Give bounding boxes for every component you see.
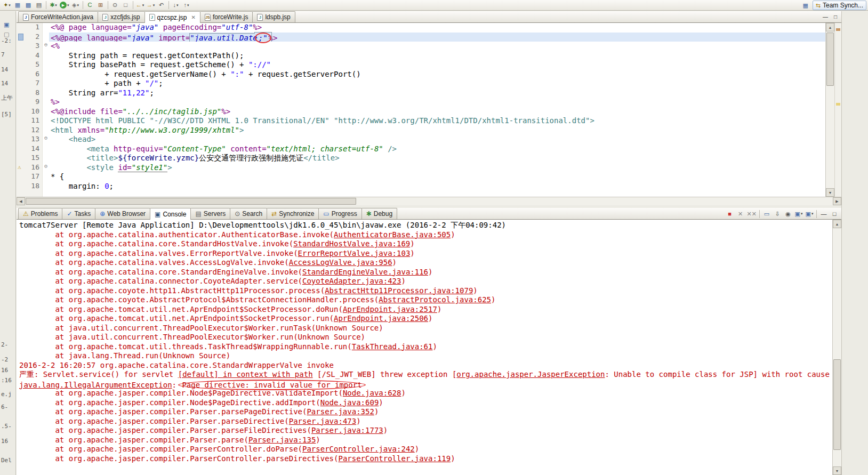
code-token: at org.apache.catalina.connector.CoyoteA… — [19, 277, 302, 285]
search-button[interactable]: ⊙ — [110, 1, 120, 10]
view-tab-synchronize[interactable]: ⇄Synchronize — [267, 208, 319, 219]
maximize-view-button[interactable]: □ — [829, 209, 840, 219]
view-tab-console[interactable]: ▣Console — [150, 208, 191, 220]
annotation-ruler-cell[interactable] — [17, 135, 26, 144]
console-vertical-scrollbar[interactable]: ▲ ▼ — [832, 220, 841, 475]
annotation-ruler-cell[interactable] — [17, 126, 26, 135]
code-token: AprEndpoint.java:2517 — [343, 305, 437, 313]
scroll-left-button[interactable]: ◀ — [17, 197, 25, 205]
annotation-ruler-cell[interactable] — [17, 88, 26, 98]
open-resource-button[interactable]: □ — [120, 1, 131, 10]
minimize-editor-button[interactable]: — — [821, 12, 830, 21]
view-tab-servers[interactable]: ▤Servers — [190, 208, 230, 219]
editor-tab-xzcfjds-jsp[interactable]: Jxzcfjds.jsp — [98, 11, 144, 22]
maximize-editor-button[interactable]: □ — [831, 12, 840, 21]
editor-vertical-scrollbar-thumb[interactable] — [826, 33, 834, 86]
new-package-button[interactable]: ⊞ — [95, 1, 106, 10]
next-annotation-button[interactable]: ↓▾ — [171, 1, 181, 10]
editor-tab-qzcspz-jsp[interactable]: Jqzcspz.jsp✕ — [144, 11, 200, 23]
annotation-ruler-cell[interactable] — [17, 107, 26, 117]
scroll-down-button[interactable]: ▼ — [826, 188, 834, 197]
annotation-ruler-cell[interactable] — [17, 23, 26, 33]
editor-tab-forcewrite-js[interactable]: JSforceWrite.js — [200, 11, 253, 22]
scroll-up-button[interactable]: ▲ — [833, 220, 841, 228]
view-tab-debug[interactable]: ✱Debug — [361, 208, 397, 219]
external-tools-button[interactable]: ◈▾ — [70, 1, 81, 10]
scroll-down-button[interactable]: ▼ — [833, 466, 841, 475]
new-java-class-button[interactable]: C — [85, 1, 95, 10]
code-token: Parser.java:135 — [248, 436, 316, 444]
view-tab-progress[interactable]: ▭Progress — [318, 208, 361, 219]
code-token: Page directive: invalid value for import — [182, 381, 361, 389]
annotation-ruler-cell[interactable] — [17, 144, 26, 154]
last-edit-location-button[interactable]: ↶ — [156, 1, 167, 10]
editor-horizontal-scrollbar[interactable]: ◀ ▶ — [17, 197, 841, 205]
console-output[interactable]: tomcat7Server [Remote Java Application] … — [17, 221, 832, 475]
terminate-button[interactable]: ■ — [725, 209, 735, 219]
code-editor[interactable]: 1<%@ page language="java" pageEncoding="… — [17, 23, 825, 197]
view-tab-tasks[interactable]: ✓Tasks — [62, 208, 95, 219]
view-tab-web-browser[interactable]: ⊕Web Browser — [95, 208, 150, 219]
annotation-ruler-cell[interactable] — [17, 172, 26, 182]
close-icon[interactable]: ✕ — [191, 14, 196, 20]
annotation-ruler-cell[interactable] — [17, 70, 26, 79]
view-tab-search[interactable]: ⊙Search — [230, 208, 267, 219]
overview-change-mark[interactable] — [836, 28, 840, 31]
editor-body[interactable]: 1<%@ page language="java" pageEncoding="… — [17, 23, 841, 197]
display-selected-console-button[interactable]: ▣▾ — [793, 209, 804, 219]
minimized-view-icon[interactable]: ▣ — [4, 21, 9, 28]
console-vertical-scrollbar-thumb[interactable] — [833, 359, 841, 450]
save-all-button[interactable]: ▩ — [23, 1, 34, 10]
save-button[interactable]: ▦ — [12, 1, 23, 10]
previous-annotation-button[interactable]: ↑▾ — [181, 1, 192, 10]
editor-tab-ldspb-jsp[interactable]: Jldspb.jsp — [252, 11, 295, 22]
annotation-ruler-cell[interactable] — [17, 33, 26, 42]
annotation-ruler-cell[interactable] — [17, 42, 26, 51]
open-console-button[interactable]: ▣▾ — [804, 209, 815, 219]
editor-horizontal-scrollbar-thumb[interactable] — [26, 198, 356, 205]
code-token: 严重: Servlet.service() for servlet — [19, 370, 178, 379]
code-text[interactable] — [49, 191, 825, 197]
debug-button[interactable]: ✱▾ — [48, 1, 59, 10]
minimize-view-button[interactable]: — — [818, 209, 829, 219]
pin-console-button[interactable]: ◉ — [783, 209, 793, 219]
annotation-ruler-cell[interactable] — [17, 79, 26, 88]
annotation-ruler-cell[interactable] — [17, 98, 26, 107]
dropdown-arrow-icon: ▾ — [187, 3, 189, 7]
code-token: at java.util.concurrent.ThreadPoolExecut… — [19, 324, 383, 332]
annotation-ruler-cell[interactable] — [17, 154, 26, 163]
team-synchronizing-perspective-button[interactable]: ⇆ Team Synch... — [813, 1, 866, 10]
remove-all-terminated-button[interactable]: ✕✕ — [746, 209, 758, 219]
new-wizard-button[interactable]: ✦▾ — [2, 1, 12, 10]
remove-launch-button[interactable]: ✕ — [735, 209, 746, 219]
annotation-ruler-cell[interactable] — [17, 51, 26, 61]
view-tab-problems[interactable]: ⚠Problems — [18, 208, 62, 219]
open-perspective-button[interactable]: ▦ — [800, 1, 811, 10]
overview-warning-mark[interactable] — [836, 103, 840, 106]
minimized-views-strip[interactable]: ▣ ▢ -2:71414上午[5]2--216:16e.j6-.5-16Del — [0, 11, 16, 475]
annotation-ruler-cell[interactable]: ⚠ — [17, 163, 26, 173]
fold-collapse-icon[interactable]: ⊖ — [42, 42, 49, 51]
scroll-up-button[interactable]: ▲ — [826, 23, 834, 31]
forward-button[interactable]: →▾ — [146, 1, 156, 10]
clear-console-button[interactable]: ▭ — [761, 209, 772, 219]
console-view[interactable]: tomcat7Server [Remote Java Application] … — [17, 220, 841, 475]
view-tab-label: Console — [163, 211, 186, 218]
print-button[interactable]: ▤ — [34, 1, 44, 10]
editor-vertical-scrollbar[interactable]: ▲ ▼ — [825, 23, 834, 197]
annotation-ruler-cell[interactable] — [17, 116, 26, 126]
editor-tab-forcewriteaction-java[interactable]: JForceWriteAction.java — [18, 11, 98, 22]
run-button[interactable]: ▶▾ — [59, 1, 70, 10]
line-number-ruler[interactable] — [26, 191, 42, 197]
overview-ruler[interactable] — [834, 23, 841, 197]
back-button[interactable]: ←▾ — [135, 1, 146, 10]
annotation-ruler-cell[interactable] — [17, 60, 26, 70]
scroll-lock-button[interactable]: ⇩ — [772, 209, 783, 219]
strip-text-fragment: 14 — [1, 66, 8, 73]
annotation-ruler-cell[interactable] — [17, 191, 26, 197]
scroll-right-button[interactable]: ▶ — [833, 197, 841, 205]
fold-collapse-icon[interactable]: ⊖ — [42, 135, 49, 144]
fold-collapse-icon[interactable]: ⊖ — [42, 163, 49, 173]
annotation-ruler-cell[interactable] — [17, 182, 26, 191]
save-icon: ▦ — [15, 2, 20, 8]
